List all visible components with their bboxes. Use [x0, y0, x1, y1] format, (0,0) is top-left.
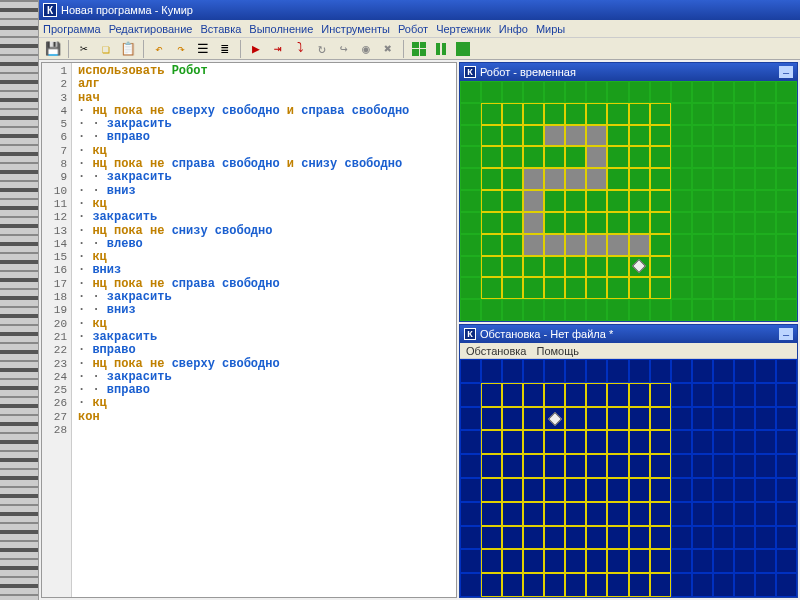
env-menu-item[interactable]: Обстановка	[466, 345, 526, 357]
menu-item-выполнение[interactable]: Выполнение	[249, 23, 313, 35]
code-line[interactable]: · · закрасить	[78, 291, 452, 304]
grid-cell	[460, 168, 481, 190]
stop-button[interactable]: ✖	[378, 39, 398, 59]
grid-cell	[629, 168, 650, 190]
code-line[interactable]: · нц пока не сверху свободно и справа св…	[78, 105, 452, 118]
code-line[interactable]	[78, 424, 452, 437]
loop-button[interactable]: ↻	[312, 39, 332, 59]
fwd-button[interactable]: ↪	[334, 39, 354, 59]
menu-item-инфо[interactable]: Инфо	[499, 23, 528, 35]
grid-cell	[629, 549, 650, 573]
code-area[interactable]: использовать Роботалгнач· нц пока не све…	[72, 63, 456, 597]
grid-cell	[565, 299, 586, 321]
env-menu-item[interactable]: Помощь	[536, 345, 579, 357]
code-line[interactable]: · · закрасить	[78, 118, 452, 131]
code-line[interactable]: · вниз	[78, 264, 452, 277]
grid-cell	[565, 549, 586, 573]
grid-cell	[755, 299, 776, 321]
code-line[interactable]: кон	[78, 411, 452, 424]
robot-field[interactable]	[460, 81, 797, 321]
grid-cell	[586, 526, 607, 550]
code-line[interactable]: · · закрасить	[78, 371, 452, 384]
undo-button[interactable]: ↶	[149, 39, 169, 59]
step-over-button[interactable]: ⤵	[290, 39, 310, 59]
menu-item-программа[interactable]: Программа	[43, 23, 101, 35]
code-line[interactable]: алг	[78, 78, 452, 91]
grid-cell	[523, 430, 544, 454]
grid3-button[interactable]	[453, 39, 473, 59]
grid1-button[interactable]	[409, 39, 429, 59]
grid-cell	[460, 526, 481, 550]
code-line[interactable]: · · влево	[78, 238, 452, 251]
code-line[interactable]: · закрасить	[78, 211, 452, 224]
code-line[interactable]: · · вниз	[78, 185, 452, 198]
code-line[interactable]: · нц пока не снизу свободно	[78, 225, 452, 238]
menu-item-редактирование[interactable]: Редактирование	[109, 23, 193, 35]
grid-cell	[755, 234, 776, 256]
code-line[interactable]: · нц пока не справа свободно	[78, 278, 452, 291]
menu-item-миры[interactable]: Миры	[536, 23, 565, 35]
list2-button[interactable]: ≣	[215, 39, 235, 59]
paste-button[interactable]: 📋	[118, 39, 138, 59]
grid-cell	[671, 407, 692, 431]
code-line[interactable]: использовать Робот	[78, 65, 452, 78]
env-field[interactable]	[460, 359, 797, 597]
code-line[interactable]: нач	[78, 92, 452, 105]
separator	[240, 40, 241, 58]
minimize-button[interactable]: –	[779, 66, 793, 78]
code-line[interactable]: · · закрасить	[78, 171, 452, 184]
grid-cell	[734, 234, 755, 256]
grid-cell	[671, 383, 692, 407]
grid-cell	[734, 190, 755, 212]
grid-cell	[481, 234, 502, 256]
copy-button[interactable]: ❏	[96, 39, 116, 59]
code-line[interactable]: · вправо	[78, 344, 452, 357]
code-line[interactable]: · нц пока не сверху свободно	[78, 358, 452, 371]
grid-cell	[565, 454, 586, 478]
grid2-button[interactable]	[431, 39, 451, 59]
grid-cell	[460, 430, 481, 454]
code-line[interactable]: · · вниз	[78, 304, 452, 317]
grid-cell	[607, 256, 628, 278]
redo-button[interactable]: ↷	[171, 39, 191, 59]
grid-cell	[713, 383, 734, 407]
grid-cell	[565, 234, 586, 256]
cut-button[interactable]: ✂	[74, 39, 94, 59]
code-editor[interactable]: 1234567891011121314151617181920212223242…	[41, 62, 457, 598]
menu-item-чертежник[interactable]: Чертежник	[436, 23, 491, 35]
code-line[interactable]: · кц	[78, 198, 452, 211]
grid-cell	[481, 359, 502, 383]
grid-cell	[755, 168, 776, 190]
grid-cell	[481, 549, 502, 573]
code-line[interactable]: · · вправо	[78, 131, 452, 144]
step-in-button[interactable]: ⇥	[268, 39, 288, 59]
code-line[interactable]: · кц	[78, 318, 452, 331]
menu-item-робот[interactable]: Робот	[398, 23, 428, 35]
grid-cell	[692, 190, 713, 212]
grid-cell	[650, 277, 671, 299]
grid-cell	[523, 146, 544, 168]
minimize-button[interactable]: –	[779, 328, 793, 340]
save-button[interactable]: 💾	[43, 39, 63, 59]
grid-cell	[629, 234, 650, 256]
grid-cell	[586, 407, 607, 431]
grid-cell	[629, 573, 650, 597]
grid-cell	[713, 277, 734, 299]
grid-cell	[502, 299, 523, 321]
list1-button[interactable]: ☰	[193, 39, 213, 59]
grid-cell	[671, 478, 692, 502]
grid-cell	[523, 234, 544, 256]
run-button[interactable]: ▶	[246, 39, 266, 59]
grid-cell	[776, 168, 797, 190]
code-line[interactable]: · закрасить	[78, 331, 452, 344]
code-line[interactable]: · кц	[78, 251, 452, 264]
code-line[interactable]: · · вправо	[78, 384, 452, 397]
menu-item-вставка[interactable]: Вставка	[200, 23, 241, 35]
menu-item-инструменты[interactable]: Инструменты	[321, 23, 390, 35]
rec-button[interactable]: ◉	[356, 39, 376, 59]
code-line[interactable]: · нц пока не справа свободно и снизу сво…	[78, 158, 452, 171]
code-line[interactable]: · кц	[78, 397, 452, 410]
grid-cell	[713, 573, 734, 597]
grid-cell	[755, 526, 776, 550]
grid-cell	[502, 454, 523, 478]
